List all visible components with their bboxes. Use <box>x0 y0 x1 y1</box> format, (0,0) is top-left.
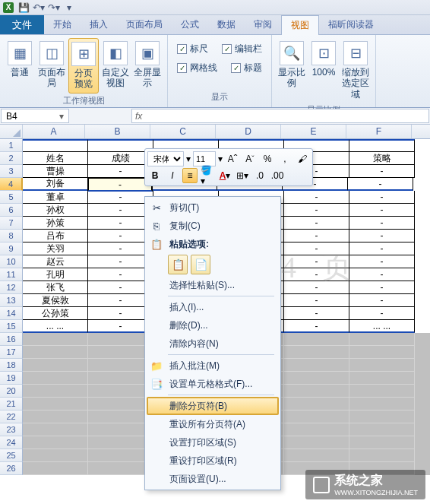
formulabar-checkbox[interactable]: ✓编辑栏 <box>222 43 262 55</box>
cell[interactable]: - <box>284 255 349 268</box>
cell[interactable] <box>349 423 415 436</box>
col-header-c[interactable]: C <box>150 125 216 138</box>
cell[interactable]: - <box>284 268 349 281</box>
cell[interactable]: - <box>349 242 415 255</box>
grow-font-icon[interactable]: Aˆ <box>225 151 240 166</box>
cell[interactable]: - <box>284 230 349 242</box>
cell[interactable]: - <box>349 268 415 281</box>
comma-style-icon[interactable]: , <box>277 151 292 166</box>
cell[interactable] <box>284 449 349 462</box>
col-header-f[interactable]: F <box>346 125 412 138</box>
cell[interactable] <box>23 333 88 346</box>
cell[interactable]: - <box>348 178 413 191</box>
cell[interactable] <box>284 410 349 423</box>
format-painter-icon[interactable]: 🖌 <box>295 151 310 166</box>
row-header[interactable]: 16 <box>0 333 23 346</box>
menu-format-cells[interactable]: 📑设置单元格格式(F)... <box>147 375 279 393</box>
save-icon[interactable]: 💾 <box>18 2 29 13</box>
cell[interactable] <box>23 462 88 475</box>
font-color-button[interactable]: A▾ <box>217 168 232 183</box>
cell[interactable] <box>284 333 349 346</box>
cell[interactable] <box>349 410 415 423</box>
custom-views-button[interactable]: ◧ 自定义视图 <box>100 38 131 92</box>
cell[interactable] <box>349 398 415 410</box>
menu-delete[interactable]: 删除(D)... <box>147 316 279 334</box>
row-header[interactable]: 18 <box>0 359 23 372</box>
percent-style-icon[interactable]: % <box>260 151 275 166</box>
row-header[interactable]: 23 <box>0 423 23 436</box>
cell[interactable] <box>349 139 415 152</box>
dropdown-icon[interactable]: ▾ <box>59 111 64 122</box>
normal-view-button[interactable]: ▦ 普通 <box>5 38 35 81</box>
dropdown-icon[interactable]: ▾ <box>218 154 223 164</box>
row-header[interactable]: 1 <box>0 139 23 152</box>
cell[interactable] <box>23 385 88 398</box>
cell[interactable]: 孙策 <box>23 217 88 230</box>
row-header[interactable]: 17 <box>0 346 23 359</box>
cell[interactable] <box>349 333 415 346</box>
row-header[interactable]: 22 <box>0 410 23 423</box>
cell[interactable] <box>284 398 349 410</box>
row-header[interactable]: 21 <box>0 398 23 410</box>
paste-option-values[interactable]: 📄 <box>191 255 210 274</box>
headings-checkbox[interactable]: ✓标题 <box>231 62 262 74</box>
cell[interactable]: 吕布 <box>23 230 88 242</box>
italic-button[interactable]: I <box>165 168 180 183</box>
cell[interactable]: 公孙策 <box>23 307 88 320</box>
tab-page-layout[interactable]: 页面布局 <box>117 15 172 34</box>
menu-remove-page-break[interactable]: 删除分页符(B) <box>147 397 279 415</box>
tab-view[interactable]: 视图 <box>281 15 319 35</box>
menu-cut[interactable]: ✂剪切(T) <box>147 198 279 217</box>
cell[interactable] <box>349 346 415 359</box>
cell[interactable]: - <box>349 307 415 320</box>
cell[interactable]: - <box>284 294 349 307</box>
dropdown-icon[interactable]: ▾ <box>186 154 191 164</box>
row-header[interactable]: 5 <box>0 191 23 204</box>
row-header[interactable]: 12 <box>0 281 23 294</box>
cell[interactable] <box>349 372 415 385</box>
decrease-decimal-icon[interactable]: .0 <box>252 168 267 183</box>
menu-reset-print-area[interactable]: 重设打印区域(R) <box>147 452 279 470</box>
col-header-a[interactable]: A <box>23 125 85 138</box>
select-all-triangle[interactable] <box>0 125 23 138</box>
cell[interactable] <box>349 436 415 449</box>
file-tab[interactable]: 文件 <box>0 15 44 34</box>
menu-paste-special[interactable]: 选择性粘贴(S)... <box>147 276 279 294</box>
cell[interactable] <box>284 346 349 359</box>
cell[interactable]: - <box>349 281 415 294</box>
cell[interactable]: ... ... <box>23 320 88 333</box>
col-header-b[interactable]: B <box>85 125 150 138</box>
menu-page-setup[interactable]: 页面设置(U)... <box>147 470 279 488</box>
font-select[interactable]: 宋体 <box>147 151 184 166</box>
row-header[interactable]: 24 <box>0 436 23 449</box>
row-header[interactable]: 4 <box>0 178 23 191</box>
row-header[interactable]: 9 <box>0 242 23 255</box>
page-break-preview-button[interactable]: ⊞ 分页预览 <box>68 38 99 94</box>
row-header[interactable]: 11 <box>0 268 23 281</box>
menu-insert-comment[interactable]: 📁插入批注(M) <box>147 357 279 375</box>
cell[interactable] <box>284 385 349 398</box>
tab-data[interactable]: 数据 <box>208 15 245 34</box>
row-header[interactable]: 10 <box>0 255 23 268</box>
gridlines-checkbox[interactable]: ✓网格线 <box>177 62 217 74</box>
cell[interactable] <box>23 372 88 385</box>
menu-reset-all-page-breaks[interactable]: 重设所有分页符(A) <box>147 415 279 433</box>
cell[interactable]: - <box>284 217 349 230</box>
zoom-100-button[interactable]: ⊡ 100% <box>308 38 339 81</box>
bold-button[interactable]: B <box>147 168 163 183</box>
cell[interactable]: 关羽 <box>23 242 88 255</box>
cell[interactable]: 孙权 <box>23 204 88 217</box>
tab-home[interactable]: 开始 <box>44 15 81 34</box>
increase-decimal-icon[interactable]: .00 <box>270 168 285 183</box>
cell[interactable]: 刘备 <box>23 178 88 191</box>
menu-insert[interactable]: 插入(I)... <box>147 298 279 316</box>
cell[interactable]: - <box>284 191 349 204</box>
cell[interactable]: 董卓 <box>23 191 88 204</box>
row-header[interactable]: 14 <box>0 307 23 320</box>
tab-insert[interactable]: 插入 <box>81 15 117 34</box>
cell[interactable] <box>23 139 88 152</box>
row-header[interactable]: 26 <box>0 462 23 475</box>
fill-color-button[interactable]: 🪣▾ <box>200 168 215 183</box>
page-layout-view-button[interactable]: ◫ 页面布局 <box>36 38 67 92</box>
row-header[interactable]: 13 <box>0 294 23 307</box>
